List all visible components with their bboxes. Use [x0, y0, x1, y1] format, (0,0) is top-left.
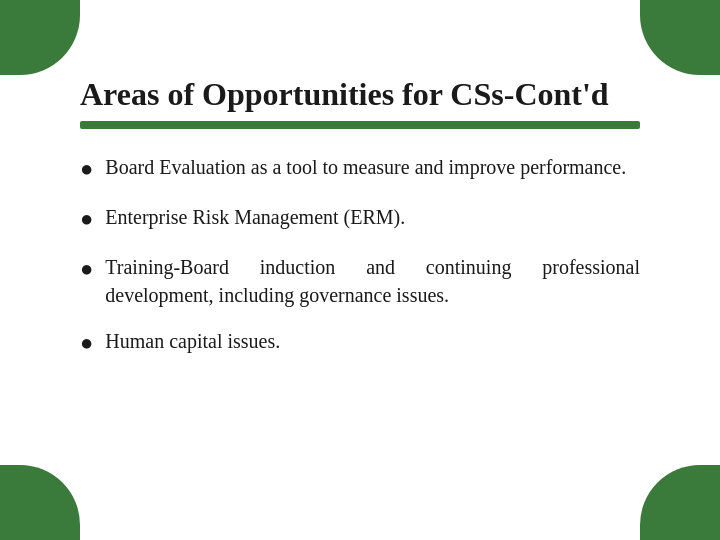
title-underline: [80, 121, 640, 129]
bullet-text-3: Training-Board induction and continuing …: [105, 253, 640, 309]
bullet-text-2: Enterprise Risk Management (ERM).: [105, 203, 640, 231]
slide-title: Areas of Opportunities for CSs-Cont'd: [80, 75, 640, 113]
bullet-text-1: Board Evaluation as a tool to measure an…: [105, 153, 640, 181]
list-item: ● Board Evaluation as a tool to measure …: [80, 153, 640, 185]
list-item: ● Human capital issues.: [80, 327, 640, 359]
bullet-list: ● Board Evaluation as a tool to measure …: [80, 153, 640, 465]
bullet-dot-1: ●: [80, 154, 93, 185]
corner-bottom-left-decoration: [0, 465, 80, 540]
bullet-dot-3: ●: [80, 254, 93, 285]
slide-container: Areas of Opportunities for CSs-Cont'd ● …: [0, 0, 720, 540]
corner-top-right-decoration: [640, 0, 720, 75]
corner-top-left-decoration: [0, 0, 80, 75]
list-item: ● Training-Board induction and continuin…: [80, 253, 640, 309]
content-area: Areas of Opportunities for CSs-Cont'd ● …: [80, 75, 640, 465]
list-item: ● Enterprise Risk Management (ERM).: [80, 203, 640, 235]
corner-bottom-right-decoration: [640, 465, 720, 540]
bullet-text-4: Human capital issues.: [105, 327, 640, 355]
bullet-dot-2: ●: [80, 204, 93, 235]
bullet-dot-4: ●: [80, 328, 93, 359]
